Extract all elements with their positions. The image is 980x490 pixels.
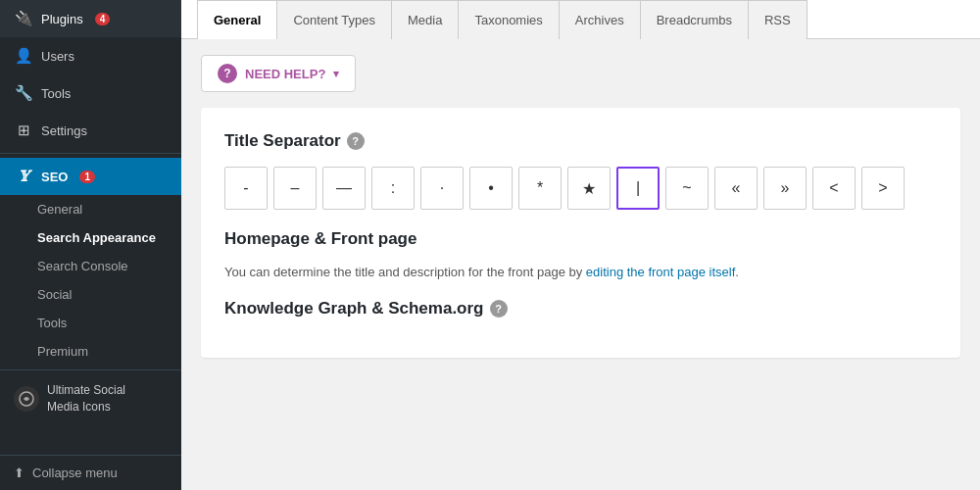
separator-laquo-button[interactable]: « [714, 167, 758, 210]
tabs-bar: General Content Types Media Taxonomies A… [181, 0, 980, 39]
collapse-label: Collapse menu [32, 466, 118, 480]
sub-tools-label: Tools [37, 316, 67, 330]
seo-icon: 𝕐 [14, 168, 33, 185]
seo-label: SEO [41, 170, 68, 184]
sub-search-console-label: Search Console [37, 259, 128, 273]
front-page-link[interactable]: editing the front page itself [586, 265, 736, 279]
collapse-icon: ⬆ [14, 466, 24, 480]
separator-period-button[interactable]: · [420, 167, 464, 210]
plugins-label: Plugins [41, 12, 83, 26]
separator-tilde-button[interactable]: ~ [665, 167, 709, 210]
sub-general-label: General [37, 202, 82, 217]
sidebar-item-users[interactable]: 👤 Users [0, 37, 181, 74]
separator-hyphen-button[interactable]: - [224, 167, 268, 210]
tab-rss[interactable]: RSS [749, 0, 808, 39]
sidebar-sub-tools[interactable]: Tools [0, 309, 181, 337]
tools-label: Tools [41, 86, 71, 101]
knowledge-graph-heading: Knowledge Graph & Schema.org ? [224, 299, 937, 318]
main-content: General Content Types Media Taxonomies A… [181, 0, 980, 490]
tab-general[interactable]: General [197, 0, 277, 39]
title-separator-heading: Title Separator ? [224, 131, 937, 151]
separator-asterisk-button[interactable]: * [518, 167, 562, 210]
chevron-down-icon: ▾ [333, 68, 339, 80]
separator-grid: -–—:·•*★|~«»<> [224, 167, 937, 210]
users-label: Users [41, 49, 74, 64]
sub-search-appearance-label: Search Appearance [37, 230, 156, 245]
help-question-icon: ? [218, 64, 237, 83]
separator-raquo-button[interactable]: » [763, 167, 807, 210]
sub-social-label: Social [37, 287, 72, 302]
users-icon: 👤 [14, 47, 33, 65]
sidebar-sub-social[interactable]: Social [0, 280, 181, 309]
settings-panel: Title Separator ? -–—:·•*★|~«»<> Homepag… [201, 108, 960, 358]
sidebar-item-settings[interactable]: ⊞ Settings [0, 112, 181, 149]
sidebar: 🔌 Plugins 4 👤 Users 🔧 Tools ⊞ Settings 𝕐… [0, 0, 181, 490]
sidebar-item-seo[interactable]: 𝕐 SEO 1 [0, 158, 181, 195]
separator-pipe-button[interactable]: | [616, 167, 660, 210]
sidebar-item-tools[interactable]: 🔧 Tools [0, 74, 181, 112]
seo-badge: 1 [79, 171, 95, 183]
separator-star-button[interactable]: ★ [567, 167, 611, 210]
sidebar-divider [0, 153, 181, 154]
tab-breadcrumbs[interactable]: Breadcrumbs [641, 0, 749, 39]
separator-en-dash-button[interactable]: – [273, 167, 317, 210]
settings-label: Settings [41, 123, 87, 138]
need-help-button[interactable]: ? NEED HELP? ▾ [201, 55, 356, 92]
separator-lt-button[interactable]: < [812, 167, 856, 210]
ultimate-icon [14, 386, 39, 412]
need-help-label: NEED HELP? [245, 67, 325, 81]
separator-bullet-button[interactable]: • [469, 167, 513, 210]
separator-em-dash-button[interactable]: — [322, 167, 366, 210]
separator-colon-button[interactable]: : [371, 167, 415, 210]
knowledge-graph-help-icon[interactable]: ? [490, 300, 508, 318]
sidebar-item-plugins[interactable]: 🔌 Plugins 4 [0, 0, 181, 37]
sub-premium-label: Premium [37, 344, 88, 359]
homepage-description: You can determine the title and descript… [224, 265, 937, 279]
separator-gt-button[interactable]: > [861, 167, 905, 210]
sidebar-sub-premium[interactable]: Premium [0, 337, 181, 366]
sidebar-item-ultimate[interactable]: Ultimate SocialMedia Icons [0, 374, 181, 423]
tools-icon: 🔧 [14, 84, 33, 102]
ultimate-label: Ultimate SocialMedia Icons [47, 382, 125, 416]
settings-icon: ⊞ [14, 122, 33, 139]
sidebar-sub-search-appearance[interactable]: Search Appearance [0, 223, 181, 252]
sidebar-sub-general[interactable]: General [0, 195, 181, 223]
seo-arrow-icon: ◀ [168, 166, 181, 187]
sidebar-divider-2 [0, 369, 181, 370]
homepage-heading: Homepage & Front page [224, 229, 937, 249]
title-separator-help-icon[interactable]: ? [347, 132, 365, 150]
tab-archives[interactable]: Archives [560, 0, 641, 39]
tab-content-types[interactable]: Content Types [277, 0, 392, 39]
seo-item-wrapper: 𝕐 SEO 1 ◀ [0, 158, 181, 195]
collapse-menu-button[interactable]: ⬆ Collapse menu [0, 455, 181, 490]
sidebar-bottom: ⬆ Collapse menu [0, 455, 181, 490]
plugins-icon: 🔌 [14, 10, 33, 27]
tab-media[interactable]: Media [392, 0, 459, 39]
sidebar-sub-search-console[interactable]: Search Console [0, 252, 181, 280]
tab-taxonomies[interactable]: Taxonomies [459, 0, 559, 39]
content-area: ? NEED HELP? ▾ Title Separator ? -–—:·•*… [181, 39, 980, 490]
plugins-badge: 4 [95, 13, 111, 25]
